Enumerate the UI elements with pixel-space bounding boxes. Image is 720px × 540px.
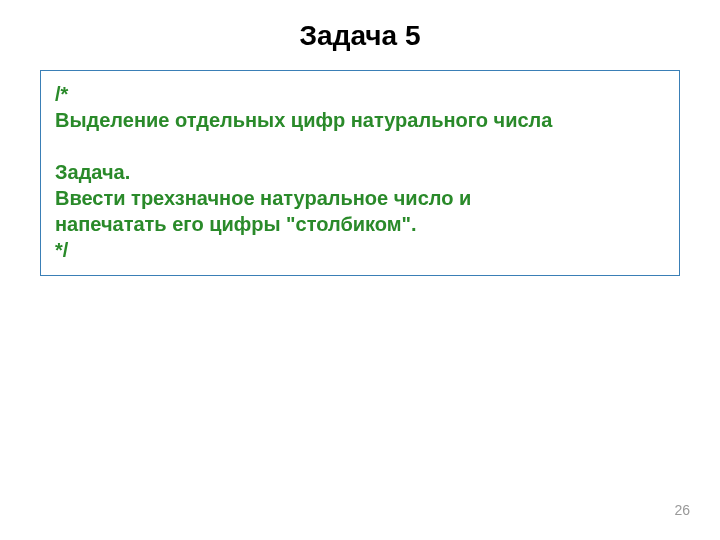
code-task-line2: напечатать его цифры "столбиком". — [55, 211, 665, 237]
slide-title: Задача 5 — [0, 0, 720, 70]
code-comment-open: /* — [55, 81, 665, 107]
code-comment-description: Выделение отдельных цифр натурального чи… — [55, 107, 665, 133]
code-task-heading: Задача. — [55, 159, 665, 185]
code-comment-close: */ — [55, 237, 665, 263]
code-task-line1: Ввести трехзначное натуральное число и — [55, 185, 665, 211]
code-box: /* Выделение отдельных цифр натурального… — [40, 70, 680, 276]
code-blank-line — [55, 133, 665, 159]
page-number: 26 — [674, 502, 690, 518]
